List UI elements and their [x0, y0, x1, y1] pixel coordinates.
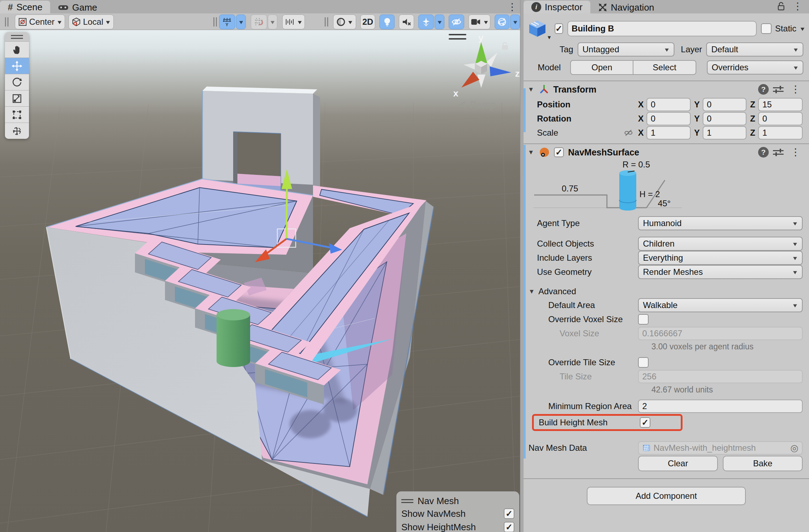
tab-scene[interactable]: # Scene	[0, 1, 50, 13]
scene-lighting-toggle[interactable]	[379, 14, 395, 29]
min-region-field[interactable]: 2	[638, 400, 803, 413]
transform-foldout-icon[interactable]: ▼	[528, 86, 535, 93]
rotation-y-field[interactable]: 0	[703, 112, 747, 125]
position-x-field[interactable]: 0	[646, 98, 691, 111]
position-label: Position	[524, 100, 638, 110]
navmesh-kebab-icon[interactable]: ⋮	[788, 147, 803, 157]
navmesh-enabled-checkbox[interactable]: ✓	[554, 147, 564, 157]
clear-button[interactable]: Clear	[638, 456, 718, 471]
scale-x-field[interactable]: 1	[646, 126, 691, 140]
layer-dropdown[interactable]: Default▼	[706, 42, 803, 57]
rect-tool[interactable]	[5, 106, 29, 123]
gameobject-enabled-checkbox[interactable]: ✓	[555, 23, 563, 34]
help-icon[interactable]: ?	[758, 147, 769, 158]
presets-icon[interactable]	[773, 147, 784, 158]
axis-y-label: y	[478, 32, 484, 43]
snap-increment-dropdown[interactable]: ▼	[282, 14, 305, 29]
2d-view-toggle[interactable]: 2D	[360, 14, 376, 29]
rotation-z-field[interactable]: 0	[758, 112, 803, 125]
static-checkbox[interactable]: ✓	[761, 23, 772, 34]
view-hand-tool[interactable]	[5, 41, 29, 58]
transform-kebab-icon[interactable]: ⋮	[788, 84, 803, 94]
prefab-cube-icon[interactable]: ▼	[527, 18, 548, 39]
snap-settings-dropdown[interactable]: ▼	[268, 14, 277, 29]
override-voxel-checkbox[interactable]: ✓	[638, 314, 649, 325]
lock-icon[interactable]	[777, 2, 785, 11]
bake-button[interactable]: Bake	[723, 456, 803, 471]
grid-visibility-button[interactable]: Y	[219, 14, 235, 29]
draw-mode-dropdown[interactable]: ▼	[333, 14, 356, 29]
projection-label[interactable]: Persp	[470, 99, 496, 110]
show-heightmesh-checkbox[interactable]: ✓	[504, 522, 514, 532]
orientation-mode-dropdown[interactable]: Local ▼	[69, 14, 114, 29]
toolbar-drag-handle-3[interactable]	[325, 17, 328, 26]
override-tile-checkbox[interactable]: ✓	[638, 357, 649, 368]
inspector-menu-kebab-icon[interactable]: ⋮	[790, 1, 805, 11]
navmesh-panel-drag-handle[interactable]	[401, 499, 413, 503]
toolbar-drag-handle-2[interactable]	[213, 17, 217, 26]
agent-type-dropdown[interactable]: Humanoid▼	[638, 216, 803, 230]
scene-visibility-toggle[interactable]	[449, 14, 464, 29]
link-broken-icon[interactable]	[624, 128, 638, 137]
scene-effects-toggle[interactable]	[418, 14, 434, 29]
position-z-field[interactable]: 15	[758, 98, 803, 111]
agent-radius-label: R = 0.5	[622, 160, 650, 169]
scene-viewport[interactable]: y x z Persp	[0, 30, 520, 532]
scene-tab-menu-kebab-icon[interactable]: ⋮	[504, 2, 520, 12]
scene-audio-toggle[interactable]	[399, 14, 414, 29]
use-geometry-dropdown[interactable]: Render Meshes▼	[638, 265, 803, 279]
tab-game[interactable]: Game	[50, 1, 105, 13]
gameobject-name-field[interactable]: Building B	[567, 21, 757, 36]
nav-mesh-data-row: Nav Mesh Data * NavMesh-with_heightmesh …	[524, 441, 809, 455]
move-tool[interactable]	[5, 58, 29, 74]
axis-x-label: x	[453, 88, 459, 99]
pivot-icon	[18, 17, 27, 26]
rect-icon	[12, 110, 22, 120]
scene-camera-dropdown[interactable]: ▼	[468, 14, 490, 29]
cylinder-obstacle	[217, 309, 250, 367]
transform-tool[interactable]	[5, 123, 29, 139]
tools-drag-handle[interactable]	[5, 32, 29, 41]
advanced-foldout[interactable]: ▼ Advanced	[528, 285, 809, 297]
build-height-mesh-checkbox[interactable]: ✓	[640, 417, 650, 428]
snap-toggle-button[interactable]	[251, 14, 267, 29]
scene-toolbar: Center ▼ Local ▼ Y ▼ ▼	[0, 13, 520, 30]
collect-objects-dropdown[interactable]: Children▼	[638, 237, 803, 251]
presets-icon[interactable]	[773, 84, 784, 95]
object-picker-icon[interactable]: ◎	[790, 443, 798, 454]
default-area-dropdown[interactable]: Walkable▼	[638, 298, 803, 312]
eye-slash-icon	[451, 18, 462, 26]
pivot-mode-dropdown[interactable]: Center ▼	[15, 14, 65, 29]
include-layers-dropdown[interactable]: Everything▼	[638, 251, 803, 265]
tools-overlay	[5, 32, 29, 139]
effects-dropdown[interactable]: ▼	[435, 14, 444, 29]
scale-z-field[interactable]: 1	[758, 126, 803, 140]
tile-size-helper: 42.67 world units	[524, 384, 809, 396]
navmesh-foldout-icon[interactable]: ▼	[528, 149, 535, 156]
rotation-row: Rotation X0 Y0 Z0	[524, 112, 809, 126]
scale-tool[interactable]	[5, 90, 29, 106]
rotate-tool[interactable]	[5, 74, 29, 90]
inspector-panel: i Inspector Navigation ⋮	[524, 0, 809, 532]
rotation-x-field[interactable]: 0	[646, 112, 691, 125]
overrides-dropdown[interactable]: Overrides▼	[707, 60, 803, 75]
tag-dropdown[interactable]: Untagged▼	[578, 42, 675, 57]
tab-navigation[interactable]: Navigation	[590, 1, 662, 13]
gizmo-y-axis[interactable]	[287, 185, 287, 239]
position-y-field[interactable]: 0	[703, 98, 747, 111]
toolbar-drag-handle[interactable]	[5, 17, 9, 26]
show-navmesh-checkbox[interactable]: ✓	[504, 508, 514, 519]
model-open-button[interactable]: Open	[570, 60, 633, 75]
gizmos-toggle[interactable]	[495, 14, 510, 29]
tab-inspector[interactable]: i Inspector	[524, 1, 590, 13]
grid-settings-dropdown[interactable]: ▼	[236, 14, 246, 29]
model-select-button[interactable]: Select	[633, 60, 696, 75]
nav-mesh-data-field[interactable]: * NavMesh-with_heightmesh ◎	[638, 441, 803, 455]
add-component-button[interactable]: Add Component	[587, 487, 746, 505]
clear-bake-row: Clear Bake	[524, 456, 809, 471]
show-navmesh-label: Show NavMesh	[401, 508, 466, 519]
static-dropdown-icon[interactable]: ▼	[799, 26, 806, 32]
gizmos-dropdown[interactable]: ▼	[510, 14, 520, 29]
help-icon[interactable]: ?	[758, 84, 769, 95]
scale-y-field[interactable]: 1	[703, 126, 747, 140]
